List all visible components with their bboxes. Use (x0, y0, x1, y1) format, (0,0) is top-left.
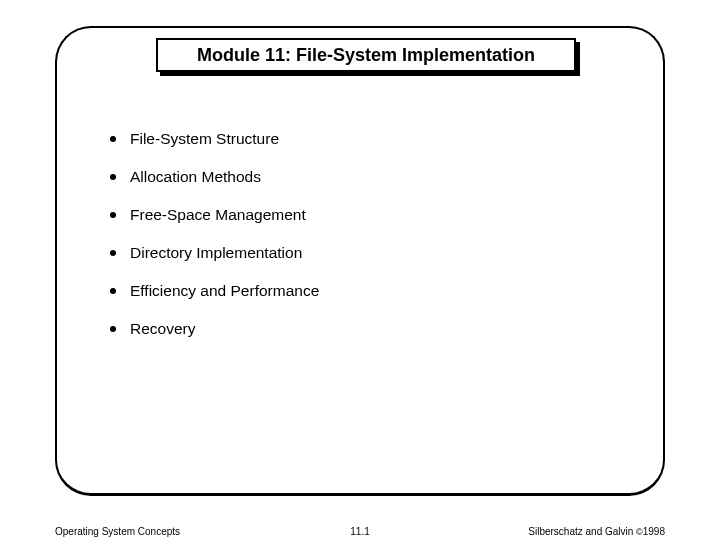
list-item: Recovery (110, 320, 319, 338)
title-box: Module 11: File-System Implementation (156, 38, 576, 72)
frame-corner (55, 460, 91, 496)
frame-bottom (90, 493, 630, 496)
footer-right: Silberschatz and Galvin ©1998 (528, 526, 665, 537)
frame-corner (55, 26, 91, 62)
footer-page-number: 11.1 (350, 526, 369, 537)
footer: Operating System Concepts 11.1 Silbersch… (55, 526, 665, 537)
list-item: Allocation Methods (110, 168, 319, 186)
footer-left: Operating System Concepts (55, 526, 180, 537)
frame-left (55, 60, 57, 460)
slide-title: Module 11: File-System Implementation (197, 45, 535, 66)
frame-corner (629, 460, 665, 496)
bullet-list: File-System Structure Allocation Methods… (110, 130, 319, 358)
list-item: Efficiency and Performance (110, 282, 319, 300)
frame-top (90, 26, 630, 28)
list-item: File-System Structure (110, 130, 319, 148)
list-item: Free-Space Management (110, 206, 319, 224)
frame-corner (629, 26, 665, 62)
frame-right (663, 60, 665, 460)
list-item: Directory Implementation (110, 244, 319, 262)
